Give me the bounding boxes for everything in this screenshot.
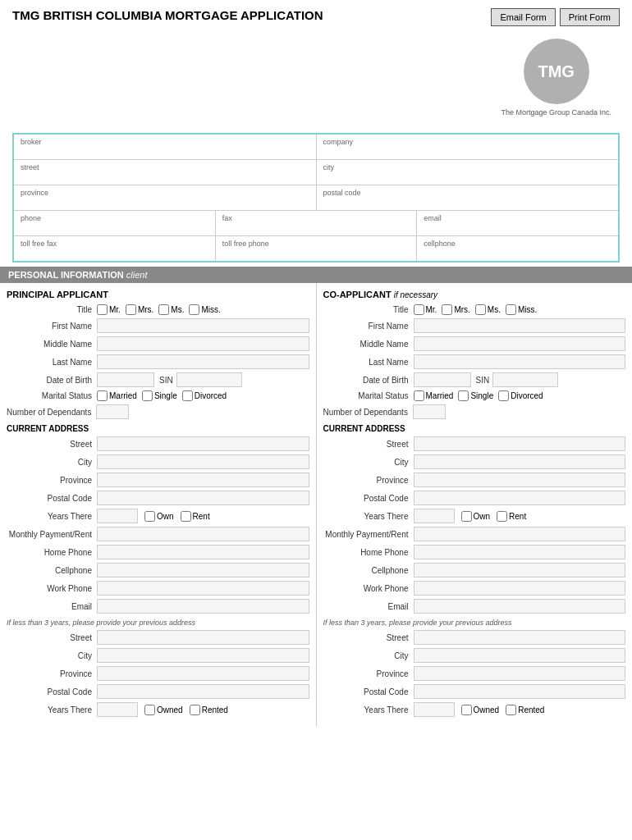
principal-single-option[interactable]: Single [142,390,177,401]
fax-input[interactable] [222,222,410,232]
coapplicant-postal-input[interactable] [414,491,626,505]
coapplicant-rented-checkbox[interactable] [506,705,516,715]
principal-prev-postal-input[interactable] [97,684,309,699]
principal-ms-checkbox[interactable] [158,304,169,315]
principal-middlename-input[interactable] [97,336,309,351]
principal-sin-input[interactable] [176,372,242,387]
principal-rent-option[interactable]: Rent [181,511,210,522]
principal-married-checkbox[interactable] [97,390,108,401]
coapplicant-divorced-checkbox[interactable] [498,390,509,401]
principal-mr-option[interactable]: Mr. [97,304,121,315]
principal-rented-option[interactable]: Rented [190,705,228,715]
principal-rent-checkbox[interactable] [181,511,191,522]
coapplicant-rent-option[interactable]: Rent [497,511,526,522]
toll-free-phone-input[interactable] [222,248,410,258]
principal-prev-province-input[interactable] [97,666,309,681]
principal-ms-option[interactable]: Ms. [158,304,184,315]
principal-miss-checkbox[interactable] [189,304,199,315]
toll-free-fax-input[interactable] [21,248,208,258]
email-form-button[interactable]: Email Form [491,8,555,26]
principal-prev-years-input[interactable] [97,702,138,717]
principal-divorced-option[interactable]: Divorced [182,390,227,401]
principal-own-option[interactable]: Own [144,511,174,522]
principal-mrs-option[interactable]: Mrs. [126,304,153,315]
principal-own-checkbox[interactable] [144,511,155,522]
coapplicant-middlename-input[interactable] [414,336,626,351]
principal-prev-city-input[interactable] [97,648,309,663]
coapplicant-monthly-input[interactable] [414,527,626,541]
principal-years-input[interactable] [97,509,138,523]
principal-city-input[interactable] [97,454,309,469]
street-input[interactable] [21,171,309,181]
principal-postal-input[interactable] [97,491,309,505]
principal-miss-option[interactable]: Miss. [189,304,220,315]
city-input[interactable] [323,171,612,181]
coapplicant-prev-postal-input[interactable] [414,684,626,699]
coapplicant-street-input[interactable] [414,436,626,451]
principal-workphone-input[interactable] [97,581,309,596]
postal-code-input[interactable] [323,197,612,207]
cellphone-broker-input[interactable] [424,248,611,258]
coapplicant-mrs-checkbox[interactable] [442,304,452,315]
coapplicant-married-option[interactable]: Married [414,390,454,401]
coapplicant-single-checkbox[interactable] [458,390,469,401]
principal-homephone-input[interactable] [97,545,309,559]
province-input[interactable] [21,197,309,207]
coapplicant-owned-checkbox[interactable] [461,705,472,715]
coapplicant-prev-street-input[interactable] [414,630,626,645]
principal-single-checkbox[interactable] [142,390,153,401]
principal-rented-checkbox[interactable] [190,705,200,715]
coapplicant-prev-years-input[interactable] [414,702,455,717]
coapplicant-lastname-input[interactable] [414,354,626,369]
coapplicant-married-checkbox[interactable] [414,390,424,401]
email-broker-input[interactable] [424,222,611,232]
principal-province-input[interactable] [97,472,309,487]
principal-street-input[interactable] [97,436,309,451]
coapplicant-mr-option[interactable]: Mr. [414,304,437,315]
principal-firstname-input[interactable] [97,318,309,333]
coapplicant-cellphone-input[interactable] [414,563,626,578]
coapplicant-mrs-option[interactable]: Mrs. [442,304,469,315]
coapplicant-ms-checkbox[interactable] [475,304,486,315]
coapplicant-homephone-input[interactable] [414,545,626,559]
principal-prev-street-input[interactable] [97,630,309,645]
principal-email-input[interactable] [97,599,309,614]
coapplicant-dob-input[interactable] [414,372,471,387]
principal-lastname-input[interactable] [97,354,309,369]
coapplicant-owned-option[interactable]: Owned [461,705,500,715]
broker-input[interactable] [21,146,309,156]
coapplicant-divorced-option[interactable]: Divorced [498,390,543,401]
coapplicant-years-input[interactable] [414,509,455,523]
coapplicant-miss-option[interactable]: Miss. [506,304,537,315]
principal-dob-input[interactable] [97,372,154,387]
print-form-button[interactable]: Print Form [560,8,620,26]
coapplicant-own-option[interactable]: Own [461,511,491,522]
principal-mr-checkbox[interactable] [97,304,108,315]
coapplicant-prev-city-input[interactable] [414,648,626,663]
principal-monthly-input[interactable] [97,527,309,541]
principal-owned-checkbox[interactable] [144,705,155,715]
coapplicant-workphone-input[interactable] [414,581,626,596]
coapplicant-dep-input[interactable] [413,404,446,419]
company-input[interactable] [323,146,612,156]
coapplicant-single-option[interactable]: Single [458,390,493,401]
principal-cellphone-input[interactable] [97,563,309,578]
principal-dep-input[interactable] [96,404,129,419]
coapplicant-prev-province-input[interactable] [414,666,626,681]
coapplicant-miss-checkbox[interactable] [506,304,516,315]
principal-owned-option[interactable]: Owned [144,705,183,715]
coapplicant-rent-checkbox[interactable] [497,511,507,522]
coapplicant-email-input[interactable] [414,599,626,614]
principal-divorced-checkbox[interactable] [182,390,193,401]
coapplicant-own-checkbox[interactable] [461,511,472,522]
phone-input[interactable] [21,222,208,232]
coapplicant-firstname-input[interactable] [414,318,626,333]
coapplicant-ms-option[interactable]: Ms. [475,304,501,315]
coapplicant-city-input[interactable] [414,454,626,469]
coapplicant-mr-checkbox[interactable] [414,304,424,315]
coapplicant-province-input[interactable] [414,472,626,487]
coapplicant-sin-input[interactable] [492,372,558,387]
principal-mrs-checkbox[interactable] [126,304,136,315]
coapplicant-rented-option[interactable]: Rented [506,705,544,715]
principal-married-option[interactable]: Married [97,390,137,401]
